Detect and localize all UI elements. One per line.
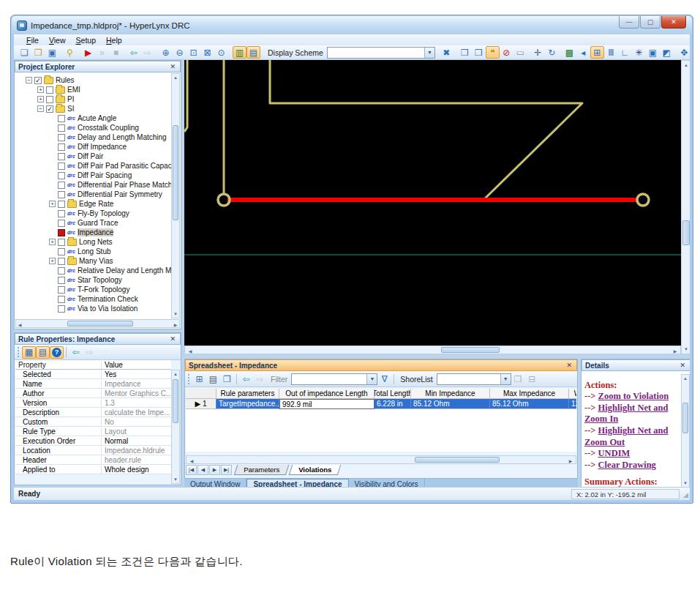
pe-vscrollbar[interactable]: ▲ ▼ (171, 73, 180, 318)
forward-arrow-icon[interactable]: ⇨ (140, 46, 154, 59)
canvas-hscrollbar[interactable]: ◀ ▶ (184, 346, 681, 354)
refresh-icon[interactable]: ↻ (545, 46, 559, 59)
tree-item-long-stub[interactable]: drcLong Stub (15, 247, 171, 256)
rule-checkbox[interactable] (58, 220, 65, 227)
rule-checkbox[interactable] (58, 153, 65, 160)
sheet-nav-2[interactable]: ▶ (209, 465, 220, 475)
probe-icon[interactable]: ⚲ (63, 46, 77, 59)
via-spider-icon[interactable]: ✳ (632, 46, 646, 59)
menu-help[interactable]: Help (101, 35, 127, 45)
rule-checkbox[interactable]: ✓ (34, 77, 42, 84)
tooltip-icon[interactable]: ❝ (486, 46, 500, 59)
zoom-fit-icon[interactable]: ⊠ (200, 46, 214, 59)
rp-vscrollbar[interactable]: ▲ ▼ (171, 370, 180, 484)
rule-checkbox[interactable] (58, 267, 65, 275)
tree-item-emi[interactable]: +EMI (15, 85, 171, 94)
categorized-view-icon[interactable]: ▦ (22, 346, 36, 359)
tree-item-relative-delay-and-length-mat[interactable]: drcRelative Delay and Length Mat (15, 266, 171, 275)
property-row[interactable]: CustomNo (15, 417, 171, 427)
canvas-vscrollbar[interactable]: ▲ ▼ (681, 60, 690, 354)
grid-column-header[interactable]: Width (569, 389, 576, 399)
grid-cell[interactable]: TargetImpedance... (217, 399, 279, 409)
rule-checkbox[interactable] (58, 191, 65, 198)
tree-item-guard-trace[interactable]: drcGuard Trace (15, 218, 171, 228)
rule-checkbox[interactable] (58, 277, 65, 284)
save-icon[interactable]: ▣ (45, 46, 59, 59)
sheet-tab-parameters[interactable]: Parameters (234, 465, 290, 475)
violation-row[interactable]: ▶ 1TargetImpedance...992.9 mil6.228 in85… (186, 399, 576, 409)
grid-cell[interactable]: 12 mil (569, 399, 576, 409)
property-row[interactable]: Version1.3 (15, 398, 171, 408)
alphabetical-view-icon[interactable]: ▤ (36, 346, 50, 359)
zoom-previous-icon[interactable]: ⊙ (214, 46, 228, 59)
tree-item-si[interactable]: −✓SI (15, 104, 171, 113)
grid-hscrollbar[interactable]: ◀ ▶ (186, 455, 576, 464)
sharelist-combobox[interactable]: ▼ (437, 373, 511, 385)
menu-view[interactable]: View (44, 35, 71, 45)
tree-item-long-nets[interactable]: +Long Nets (15, 237, 171, 247)
rule-checkbox[interactable] (58, 182, 65, 189)
rule-properties-header[interactable]: Rule Properties: Impedance ✕ (15, 333, 181, 345)
forward-arrow-icon[interactable]: ⇨ (253, 373, 267, 385)
details-vscrollbar[interactable]: ▲ ▼ (681, 374, 690, 487)
chip-icon[interactable]: ▣ (646, 46, 660, 59)
zoom-in-icon[interactable]: ⊕ (159, 46, 173, 59)
copy-icon[interactable]: ❐ (220, 373, 234, 385)
rule-checkbox[interactable] (46, 96, 53, 103)
rule-checkbox[interactable] (58, 134, 65, 141)
project-explorer-header[interactable]: Project Explorer ✕ (15, 61, 181, 72)
run-all-icon[interactable]: » (95, 46, 109, 59)
zoom-window-icon[interactable]: ⊡ (187, 46, 200, 59)
expand-icon[interactable]: + (49, 201, 56, 207)
close-icon[interactable]: ✕ (168, 335, 177, 343)
property-row[interactable]: Descriptioncalculate the Impe... (15, 408, 171, 417)
sheet-tab-violations[interactable]: Violations (289, 465, 342, 475)
back-arrow-icon[interactable]: ⇦ (239, 373, 253, 385)
docked-tab-spreadsheet-impedance[interactable]: Spreadsheet - Impedance (246, 479, 348, 487)
grid-column-header[interactable]: Min Impedance (411, 389, 490, 399)
grid-cell[interactable]: 85.12 Ohm (490, 399, 569, 409)
tree-item-differential-pair-phase-matchin[interactable]: drcDifferential Pair Phase Matchin (15, 180, 171, 190)
tree-item-via-to-via-isolation[interactable]: drcVia to Via Isolation (15, 304, 171, 313)
expand-icon[interactable]: + (37, 86, 44, 93)
close-button[interactable]: ✕ (661, 16, 686, 29)
property-row[interactable]: Execution OrderNormal (15, 436, 171, 446)
pcb-canvas[interactable] (184, 60, 681, 346)
zoom-out-icon[interactable]: ⊖ (173, 46, 187, 59)
rule-checkbox[interactable] (58, 143, 65, 151)
sheet-nav-0[interactable]: |◀ (186, 465, 197, 475)
rule-checkbox[interactable] (58, 229, 65, 236)
docked-tab-visibility-and-colors[interactable]: Visibility and Colors (349, 479, 425, 487)
tree-item-diff-impedance[interactable]: drcDiff Impedance (15, 142, 171, 152)
property-row[interactable]: LocationImpedance.hldrule (15, 446, 171, 455)
prev-error-icon[interactable]: ◂ (576, 46, 590, 59)
rule-checkbox[interactable] (58, 124, 65, 132)
new-file-icon[interactable]: ❏ (18, 46, 31, 59)
save-sharelist-icon[interactable]: ❒ (511, 373, 525, 385)
tree-item-t-fork-topology[interactable]: drcT-Fork Topology (15, 285, 171, 294)
action-link-clear-drawing[interactable]: Clear Drawing (598, 460, 656, 470)
close-icon[interactable]: ✕ (678, 362, 687, 369)
resize-grip[interactable]: ◢ (683, 491, 688, 499)
tree-item-diff-pair-pad-parasitic-capacit[interactable]: drcDiff Pair Pad Parasitic Capacit (15, 161, 171, 171)
maximize-button[interactable]: ▢ (640, 16, 661, 29)
layer-hatch-icon[interactable]: ▤ (246, 46, 260, 59)
collapse-icon[interactable]: − (26, 77, 32, 83)
rule-checkbox[interactable] (58, 210, 65, 217)
minimize-button[interactable]: — (619, 16, 639, 29)
property-row[interactable]: SelectedYes (15, 370, 171, 379)
tree-item-rules[interactable]: −✓Rules (15, 75, 171, 85)
grid-cell[interactable]: 6.228 in (375, 399, 411, 409)
close-icon[interactable]: ✕ (565, 362, 573, 369)
sheet-nav-1[interactable]: ◀ (197, 465, 208, 475)
menu-setup[interactable]: Setup (71, 35, 101, 45)
grid-column-header[interactable]: Rule parameters (217, 389, 279, 399)
sheet-nav-3[interactable]: ▶| (221, 465, 232, 475)
action-link-zoom-to-violation[interactable]: Zoom to Violation (598, 391, 669, 401)
rule-checkbox[interactable] (58, 305, 65, 313)
details-header[interactable]: Details ✕ (582, 359, 690, 371)
back-arrow-icon[interactable]: ⇦ (127, 46, 140, 59)
property-row[interactable]: Applied toWhole design (15, 465, 171, 474)
grid-column-header[interactable]: Out of impedance Length (279, 389, 375, 399)
title-bar[interactable]: Impedance_tmp.hldproj* - HyperLynx DRC —… (12, 16, 692, 34)
